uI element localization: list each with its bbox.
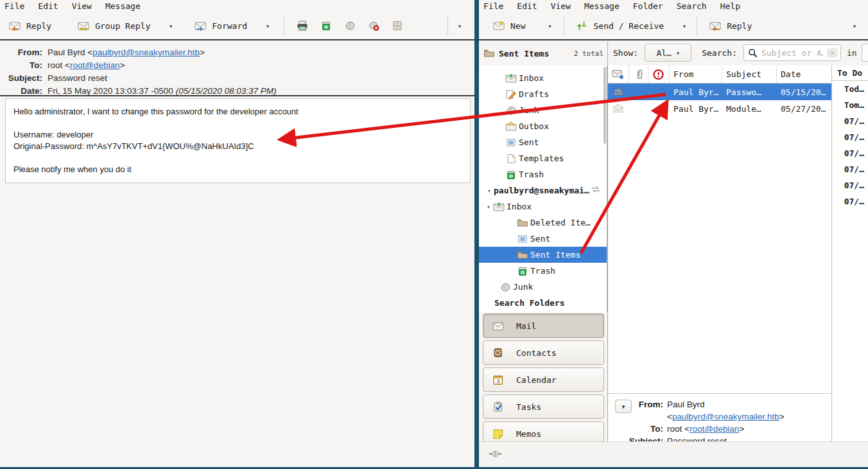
send-receive-caret[interactable]: ▾ <box>679 22 690 30</box>
menu-left-message[interactable]: Message <box>104 1 142 12</box>
toolbar-overflow-caret[interactable]: ▾ <box>454 22 465 30</box>
menu-left-file[interactable]: File <box>3 1 26 12</box>
priority-column-header[interactable] <box>648 66 670 83</box>
folder-item-deleted-ite-[interactable]: Deleted Ite… <box>479 215 607 231</box>
inbox-icon <box>505 73 517 84</box>
menu-left-view[interactable]: View <box>71 1 93 12</box>
expander-icon[interactable]: ▾ <box>485 188 494 194</box>
folder-item-sent-items[interactable]: Sent Items <box>479 247 607 263</box>
search-box[interactable]: × <box>743 44 841 61</box>
folder-item-trash[interactable]: Trash <box>479 166 607 182</box>
switcher-tasks-button[interactable]: Tasks <box>483 394 604 419</box>
switcher-calendar-button[interactable]: 3Calendar <box>483 367 604 392</box>
group-reply-button[interactable]: Group Reply <box>71 17 156 35</box>
new-message-button[interactable]: New <box>487 17 531 35</box>
menu-right-message[interactable]: Message <box>583 1 621 12</box>
send-receive-label: Send / Receive <box>594 21 664 31</box>
folder-item-junk[interactable]: Junk <box>479 279 607 295</box>
folder-item-search-folders[interactable]: Search Folders <box>479 295 607 311</box>
junk-icon <box>499 282 511 292</box>
todo-item[interactable]: Tom… <box>832 97 868 113</box>
todo-item[interactable]: 07/… <box>832 177 868 193</box>
preview-from-name: Paul Byrd <box>667 398 705 411</box>
forward-button[interactable]: Forward <box>188 17 253 35</box>
menu-right-help[interactable]: Help <box>719 1 742 12</box>
switcher-contacts-button[interactable]: Contacts <box>483 341 604 365</box>
print-button[interactable] <box>290 17 314 35</box>
folder-item-inbox[interactable]: Inbox <box>479 70 607 86</box>
message-cell: 05/27/20… <box>777 104 831 114</box>
show-filter-dropdown[interactable]: Al… ▾ <box>645 44 691 62</box>
clear-search-icon[interactable]: × <box>827 48 838 58</box>
folder-item-sent[interactable]: Sent <box>479 231 607 247</box>
status-column-header[interactable] <box>608 66 629 83</box>
message-row[interactable]: Paul Byr…Module…05/27/20… <box>608 100 831 117</box>
message-row[interactable]: Paul Byr…Passwo…05/15/20… <box>608 84 831 100</box>
new-caret[interactable]: ▾ <box>544 22 555 30</box>
todo-item[interactable]: 07/… <box>832 145 868 161</box>
trash-button[interactable] <box>314 17 338 35</box>
subject-column-header[interactable]: Subject <box>722 66 777 83</box>
folder-item-sent[interactable]: Sent <box>479 134 607 150</box>
toolbar-overflow-caret[interactable]: ▾ <box>849 22 860 30</box>
folder-item-inbox[interactable]: ▾Inbox <box>479 199 607 215</box>
preview-to-email-link[interactable]: root@debian <box>690 424 740 434</box>
message-list-header: From Subject Date <box>608 66 831 84</box>
folder-tree-scrollbar[interactable] <box>603 67 606 144</box>
send-receive-button[interactable]: Send / Receive <box>570 17 670 35</box>
folder-item-drafts[interactable]: Drafts <box>479 86 607 102</box>
menu-right-search[interactable]: Search <box>675 1 708 12</box>
preview-pane: ▾ From: Paul Byrd <paulbyrd@sneakymailer… <box>607 393 831 442</box>
folder-item-outbox[interactable]: Outbox <box>479 118 607 134</box>
folder-label: Junk <box>513 282 533 292</box>
menu-right-file[interactable]: File <box>482 1 505 12</box>
folder-label: Junk <box>519 105 539 115</box>
reply-button-right[interactable]: Reply <box>703 17 758 35</box>
search-input[interactable] <box>760 48 824 58</box>
message-cell: 05/15/20… <box>777 87 831 97</box>
attachment-column-header[interactable] <box>629 66 648 83</box>
archive-button[interactable] <box>385 17 409 35</box>
folder-item-junk[interactable]: Junk <box>479 102 607 118</box>
reply-button[interactable]: Reply <box>3 17 57 35</box>
preview-from-email: <paulbyrd@sneakymailer.htb> <box>667 411 785 423</box>
message-cell: Passwo… <box>722 87 777 97</box>
todo-item[interactable]: 07/… <box>832 113 868 129</box>
todo-item[interactable]: 07/… <box>832 193 868 209</box>
group-reply-caret[interactable]: ▾ <box>165 22 177 30</box>
from-label: From: <box>0 46 42 59</box>
menu-left-edit[interactable]: Edit <box>37 1 59 12</box>
expander-icon[interactable]: ▾ <box>484 204 493 210</box>
folder-label: Inbox <box>507 202 532 211</box>
email-headers: From: Paul Byrd <paulbyrd@sneakymailer.h… <box>0 40 474 98</box>
preview-expander-button[interactable]: ▾ <box>615 400 632 413</box>
menu-right-edit[interactable]: Edit <box>516 1 538 12</box>
from-email-link[interactable]: paulbyrd@sneakymailer.htb <box>92 48 200 57</box>
outbox-icon <box>505 121 517 132</box>
preview-from-email-link[interactable]: paulbyrd@sneakymailer.htb <box>672 412 779 421</box>
date-column-header[interactable]: Date <box>777 66 831 83</box>
sync-icon[interactable] <box>590 185 602 196</box>
delete-junk-button[interactable] <box>361 17 385 35</box>
menu-right-folder[interactable]: Folder <box>632 1 664 12</box>
email-body-line: Please notify me when you do it <box>13 164 462 175</box>
junk-button[interactable] <box>338 17 361 35</box>
todo-item[interactable]: 07/… <box>832 161 868 177</box>
folder-item-templates[interactable]: Templates <box>479 150 607 166</box>
todo-item[interactable]: 07/… <box>832 129 868 145</box>
to-email-link[interactable]: root@debian <box>70 60 120 70</box>
resize-handle-icon[interactable] <box>489 448 501 459</box>
todo-item[interactable]: Tod… <box>832 81 868 97</box>
forward-caret[interactable]: ▾ <box>262 22 273 30</box>
menu-right-view[interactable]: View <box>550 1 572 12</box>
folder-item-paulbyrd-sneakymai-[interactable]: ▾paulbyrd@sneakymai… <box>479 182 607 199</box>
message-list: From Subject Date Paul Byr…Passwo…05/15/… <box>607 66 831 393</box>
envelope-read-icon <box>612 103 624 114</box>
trash-icon <box>517 266 528 276</box>
from-column-header[interactable]: From <box>670 66 722 83</box>
switcher-label: Memos <box>516 429 541 439</box>
left-toolbar: Reply Group Reply ▾ Forward ▾ ▾ <box>0 12 474 40</box>
search-in-dropdown[interactable] <box>862 44 868 62</box>
folder-item-trash[interactable]: Trash <box>479 263 607 279</box>
switcher-mail-button[interactable]: Mail <box>483 314 604 338</box>
